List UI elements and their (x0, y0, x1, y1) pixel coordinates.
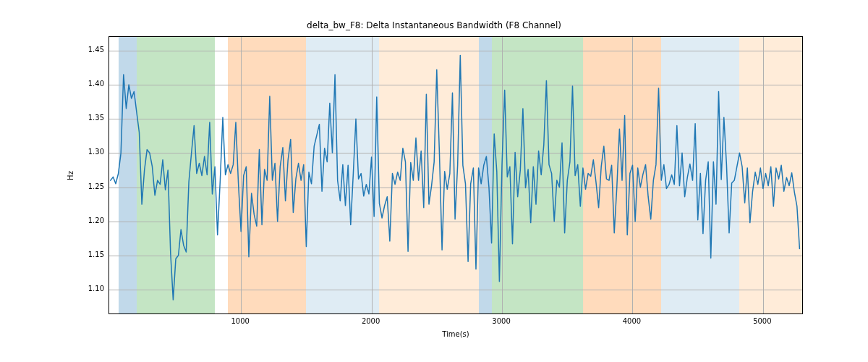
chart-figure: delta_bw_F8: Delta Instantaneous Bandwid… (0, 0, 868, 362)
x-tick-label: 1000 (218, 317, 262, 325)
chart-title: delta_bw_F8: Delta Instantaneous Bandwid… (0, 20, 868, 30)
x-tick-label: 2000 (349, 317, 393, 325)
y-tick-label: 1.15 (80, 251, 104, 258)
x-tick-label: 4000 (610, 317, 653, 325)
y-tick-label: 1.45 (80, 46, 104, 54)
y-tick-label: 1.35 (80, 114, 104, 122)
x-tick-label: 5000 (741, 317, 784, 325)
y-tick-label: 1.20 (80, 216, 104, 224)
data-line (111, 56, 800, 300)
x-axis-label: Time(s) (109, 330, 803, 338)
plot-area (109, 36, 803, 314)
line-series (109, 37, 802, 313)
y-axis-label: Hz (65, 36, 75, 314)
y-tick-label: 1.30 (80, 148, 104, 156)
y-tick-label: 1.10 (80, 285, 104, 292)
x-tick-label: 3000 (480, 317, 523, 325)
y-tick-label: 1.40 (80, 80, 104, 88)
y-tick-label: 1.25 (80, 182, 104, 190)
